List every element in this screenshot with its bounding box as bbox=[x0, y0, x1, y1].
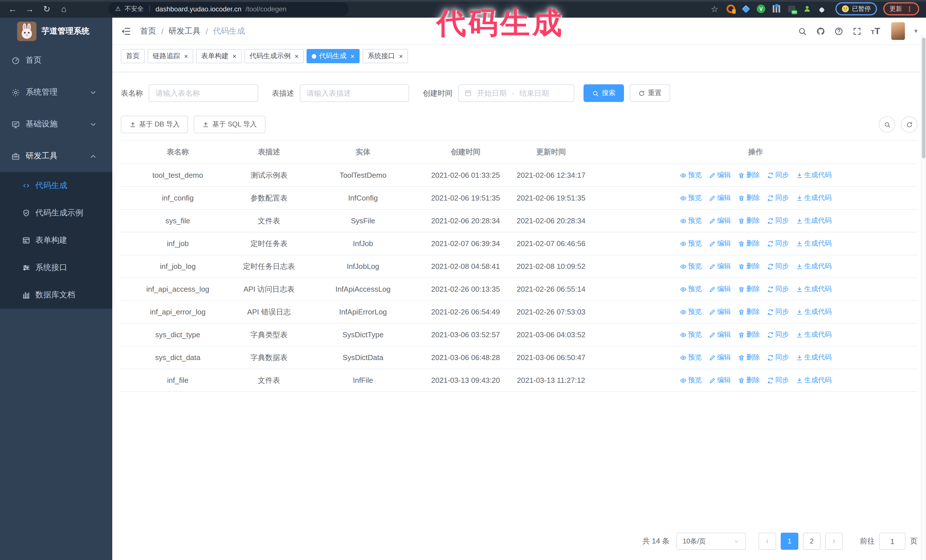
action-preview[interactable]: 预览 bbox=[679, 306, 702, 318]
page-size-select[interactable]: 10条/页 bbox=[676, 533, 746, 550]
action-preview[interactable]: 预览 bbox=[679, 352, 702, 364]
extension-gem-icon[interactable] bbox=[741, 4, 750, 14]
view-tab-代码生成[interactable]: 代码生成× bbox=[307, 49, 360, 63]
toggle-search-button[interactable] bbox=[879, 116, 895, 133]
close-icon[interactable]: × bbox=[184, 52, 188, 60]
action-preview[interactable]: 预览 bbox=[679, 260, 702, 272]
close-icon[interactable]: × bbox=[351, 52, 354, 60]
action-edit[interactable]: 编辑 bbox=[709, 215, 731, 227]
next-page-button[interactable] bbox=[825, 533, 843, 550]
action-delete[interactable]: 删除 bbox=[738, 169, 760, 181]
extension-green-check-icon[interactable]: V bbox=[757, 5, 765, 13]
view-tab-表单构建[interactable]: 表单构建× bbox=[196, 49, 242, 63]
profile-paused-badge[interactable]: 已暂停 bbox=[835, 2, 877, 15]
close-icon[interactable]: × bbox=[399, 52, 403, 60]
action-delete[interactable]: 删除 bbox=[738, 283, 760, 295]
view-tab-链路追踪[interactable]: 链路追踪× bbox=[148, 49, 193, 63]
action-edit[interactable]: 编辑 bbox=[709, 237, 731, 249]
chrome-update-button[interactable]: 更新 ⋮ bbox=[883, 2, 919, 15]
action-delete[interactable]: 删除 bbox=[738, 374, 760, 386]
action-delete[interactable]: 删除 bbox=[738, 329, 760, 341]
goto-page-input[interactable] bbox=[879, 533, 905, 550]
prev-page-button[interactable] bbox=[758, 533, 776, 550]
action-preview[interactable]: 预览 bbox=[679, 374, 702, 386]
extension-orange-icon[interactable] bbox=[726, 4, 735, 14]
reload-icon[interactable]: ↻ bbox=[41, 3, 53, 15]
github-icon[interactable] bbox=[816, 27, 825, 36]
sidebar-item-数据库文档[interactable]: 数据库文档 bbox=[0, 281, 112, 309]
sidebar-item-代码生成[interactable]: 代码生成 bbox=[0, 172, 112, 199]
home-icon[interactable]: ⌂ bbox=[58, 3, 70, 15]
action-generate-code[interactable]: 生成代码 bbox=[796, 237, 832, 249]
refresh-table-button[interactable] bbox=[901, 116, 917, 133]
forward-icon[interactable]: → bbox=[24, 3, 35, 15]
action-sync[interactable]: 同步 bbox=[767, 283, 789, 295]
sidebar-item-研发工具[interactable]: 研发工具 bbox=[0, 140, 112, 172]
close-icon[interactable]: × bbox=[233, 52, 236, 60]
sidebar-item-表单构建[interactable]: 表单构建 bbox=[0, 227, 112, 254]
action-preview[interactable]: 预览 bbox=[679, 192, 702, 204]
action-generate-code[interactable]: 生成代码 bbox=[796, 169, 832, 181]
app-logo[interactable]: 芋道管理系统 bbox=[0, 18, 112, 44]
action-preview[interactable]: 预览 bbox=[679, 169, 702, 181]
date-range-input[interactable]: 开始日期 - 结束日期 bbox=[458, 84, 574, 102]
action-sync[interactable]: 同步 bbox=[767, 352, 789, 364]
view-tab-系统接口[interactable]: 系统接口× bbox=[362, 49, 408, 63]
view-tab-首页[interactable]: 首页 bbox=[121, 49, 145, 63]
action-preview[interactable]: 预览 bbox=[679, 329, 702, 341]
sidebar-item-系统管理[interactable]: 系统管理 bbox=[0, 76, 112, 108]
action-delete[interactable]: 删除 bbox=[738, 237, 760, 249]
sidebar-item-首页[interactable]: 首页 bbox=[0, 44, 112, 76]
extensions-puzzle-icon[interactable] bbox=[818, 4, 827, 14]
table-desc-input[interactable] bbox=[300, 84, 409, 102]
action-preview[interactable]: 预览 bbox=[679, 283, 702, 295]
reset-button[interactable]: 重置 bbox=[630, 84, 670, 102]
sidebar-item-基础设施[interactable]: 基础设施 bbox=[0, 108, 112, 140]
close-icon[interactable]: × bbox=[295, 52, 299, 60]
action-sync[interactable]: 同步 bbox=[767, 192, 789, 204]
extension-person-icon[interactable] bbox=[802, 4, 811, 14]
action-generate-code[interactable]: 生成代码 bbox=[796, 374, 832, 386]
action-generate-code[interactable]: 生成代码 bbox=[796, 306, 832, 318]
action-delete[interactable]: 删除 bbox=[738, 192, 760, 204]
bookmark-star-icon[interactable]: ☆ bbox=[709, 3, 720, 15]
action-generate-code[interactable]: 生成代码 bbox=[796, 260, 832, 272]
action-edit[interactable]: 编辑 bbox=[709, 169, 731, 181]
action-edit[interactable]: 编辑 bbox=[709, 329, 731, 341]
page-button-2[interactable]: 2 bbox=[803, 533, 820, 550]
extension-grid-icon[interactable] bbox=[772, 4, 781, 14]
action-edit[interactable]: 编辑 bbox=[709, 352, 731, 364]
import-db-button[interactable]: 基于 DB 导入 bbox=[121, 116, 188, 133]
action-preview[interactable]: 预览 bbox=[679, 215, 702, 227]
action-sync[interactable]: 同步 bbox=[767, 215, 789, 227]
action-edit[interactable]: 编辑 bbox=[709, 374, 731, 386]
action-delete[interactable]: 删除 bbox=[738, 260, 760, 272]
action-edit[interactable]: 编辑 bbox=[709, 306, 731, 318]
action-sync[interactable]: 同步 bbox=[767, 260, 789, 272]
action-sync[interactable]: 同步 bbox=[767, 329, 789, 341]
search-button[interactable]: 搜索 bbox=[584, 84, 624, 102]
action-sync[interactable]: 同步 bbox=[767, 169, 789, 181]
action-sync[interactable]: 同步 bbox=[767, 306, 789, 318]
action-delete[interactable]: 删除 bbox=[738, 352, 760, 364]
import-sql-button[interactable]: 基于 SQL 导入 bbox=[194, 116, 265, 133]
search-icon[interactable] bbox=[798, 27, 807, 36]
breadcrumb-dev-tools[interactable]: 研发工具 bbox=[169, 26, 201, 36]
action-generate-code[interactable]: 生成代码 bbox=[796, 283, 832, 295]
action-sync[interactable]: 同步 bbox=[767, 237, 789, 249]
sidebar-item-代码生成示例[interactable]: 代码生成示例 bbox=[0, 199, 112, 227]
breadcrumb-home[interactable]: 首页 bbox=[140, 26, 156, 36]
view-tab-代码生成示例[interactable]: 代码生成示例× bbox=[244, 49, 304, 63]
user-avatar[interactable] bbox=[891, 22, 905, 40]
address-bar[interactable]: ⚠ 不安全 dashboard.yudao.iocoder.cn/tool/co… bbox=[108, 2, 349, 16]
action-generate-code[interactable]: 生成代码 bbox=[796, 352, 832, 364]
page-button-1[interactable]: 1 bbox=[781, 533, 798, 550]
sidebar-fold-icon[interactable] bbox=[121, 26, 131, 36]
extension-on-badge-icon[interactable] bbox=[787, 4, 796, 14]
back-icon[interactable]: ← bbox=[7, 3, 18, 15]
action-delete[interactable]: 删除 bbox=[738, 306, 760, 318]
action-edit[interactable]: 编辑 bbox=[709, 192, 731, 204]
action-generate-code[interactable]: 生成代码 bbox=[796, 192, 832, 204]
action-generate-code[interactable]: 生成代码 bbox=[796, 215, 832, 227]
help-icon[interactable] bbox=[835, 27, 844, 36]
